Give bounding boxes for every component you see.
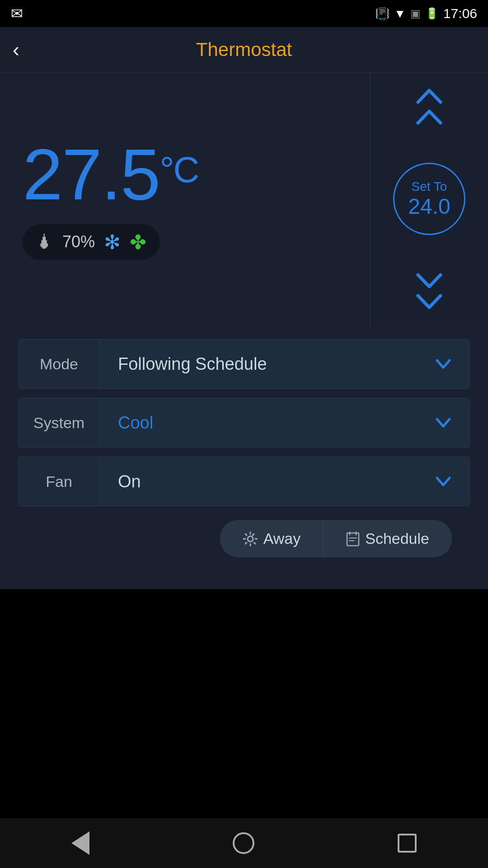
mode-label: Mode xyxy=(19,340,100,388)
recents-nav-icon xyxy=(398,834,417,853)
set-temp-panel: Set To 24.0 xyxy=(371,72,488,326)
fan-dropdown[interactable]: On xyxy=(100,457,469,506)
temp-decrease-button[interactable] xyxy=(413,272,445,312)
chevron-up-icon-2 xyxy=(413,107,445,126)
current-temperature: 27.5 xyxy=(23,138,160,211)
mode-row: Mode Following Schedule xyxy=(18,339,470,389)
chevron-down-icon-2 xyxy=(413,293,445,312)
humidity-drop-icon: 🌢 xyxy=(36,232,53,252)
page-title: Thermostat xyxy=(196,39,292,61)
mode-dropdown[interactable]: Following Schedule xyxy=(100,340,469,388)
status-bar-right: 📳 ▼ ▣ 🔋 17:06 xyxy=(375,6,477,21)
status-time: 17:06 xyxy=(443,6,477,21)
system-chevron-icon xyxy=(435,413,451,432)
fan-chevron-icon xyxy=(435,472,451,491)
current-temp-panel: 27.5 °C 🌢 70% ✻ ✤ xyxy=(0,72,371,326)
temp-unit: °C xyxy=(160,152,198,188)
fan-icon: ✤ xyxy=(130,231,146,254)
controls-section: Mode Following Schedule System Cool xyxy=(0,326,488,589)
sim-icon: ▣ xyxy=(410,7,421,20)
wifi-icon: ▼ xyxy=(394,7,406,21)
back-nav-button[interactable] xyxy=(71,831,89,855)
system-value: Cool xyxy=(118,413,153,433)
bottom-nav xyxy=(0,818,488,868)
home-nav-icon xyxy=(233,832,254,854)
mode-chevron-icon xyxy=(435,354,451,373)
away-label: Away xyxy=(263,530,301,547)
fan-value: On xyxy=(118,472,141,491)
bottom-buttons: Away Schedule xyxy=(18,515,470,571)
humidity-value: 70% xyxy=(62,232,95,251)
set-to-circle: Set To 24.0 xyxy=(393,163,465,235)
battery-icon: 🔋 xyxy=(425,7,439,20)
chevron-up-icon-1 xyxy=(413,86,445,105)
mail-icon: ✉ xyxy=(11,5,23,22)
mode-value: Following Schedule xyxy=(118,354,267,374)
back-nav-icon xyxy=(71,831,89,855)
back-button[interactable]: ‹ xyxy=(13,38,19,61)
set-to-label: Set To xyxy=(412,179,447,194)
system-label: System xyxy=(19,398,100,447)
status-bar-left: ✉ xyxy=(11,5,23,22)
chevron-down-icon-1 xyxy=(413,272,445,291)
humidity-row: 🌢 70% ✻ ✤ xyxy=(23,224,160,260)
recents-nav-button[interactable] xyxy=(398,834,417,853)
thermostat-main: 27.5 °C 🌢 70% ✻ ✤ xyxy=(0,72,488,326)
set-to-value: 24.0 xyxy=(408,194,450,219)
schedule-icon xyxy=(346,531,360,547)
snowflake-icon: ✻ xyxy=(104,231,121,254)
fan-label: Fan xyxy=(19,457,100,506)
system-row: System Cool xyxy=(18,398,470,448)
schedule-label: Schedule xyxy=(365,530,429,547)
vibrate-icon: 📳 xyxy=(375,7,389,21)
gear-icon xyxy=(243,531,258,547)
status-bar: ✉ 📳 ▼ ▣ 🔋 17:06 xyxy=(0,0,488,27)
svg-rect-1 xyxy=(347,533,359,546)
away-button[interactable]: Away xyxy=(220,520,324,557)
schedule-button[interactable]: Schedule xyxy=(324,520,452,557)
nav-bar: ‹ Thermostat xyxy=(0,27,488,72)
system-dropdown[interactable]: Cool xyxy=(100,398,469,447)
home-nav-button[interactable] xyxy=(233,832,254,854)
fan-row: Fan On xyxy=(18,457,470,506)
svg-point-0 xyxy=(248,536,253,542)
temp-increase-button[interactable] xyxy=(413,86,445,126)
